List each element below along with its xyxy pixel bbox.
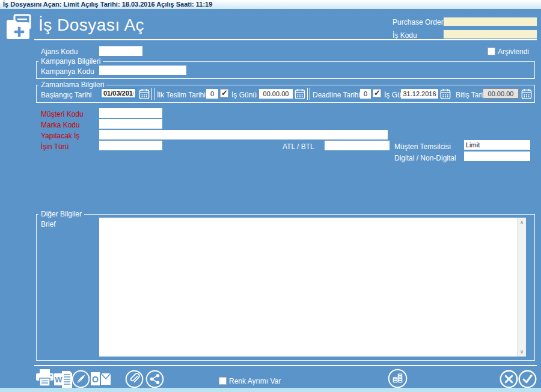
bitis-tarihi-input [483, 88, 519, 99]
toolbar-divider [34, 365, 537, 366]
deadline-date-input[interactable] [401, 89, 438, 99]
marka-kodu-input[interactable] [99, 119, 162, 129]
app-window: İş Dosyasını Açan: Limit Açılış Tarihi: … [0, 0, 541, 392]
baslangic-tarihi-input[interactable] [100, 88, 136, 99]
baslangic-tarihi-label: Başlangıç Tarihi [41, 91, 92, 99]
isin-turu-input[interactable] [99, 141, 162, 150]
brief-textarea-wrap: ∧ ∨ [99, 218, 526, 357]
atl-btl-input[interactable] [325, 141, 390, 150]
titlebar-text: İş Dosyasını Açan: Limit Açılış Tarihi: … [3, 1, 212, 8]
isin-turu-label: İşin Türü [41, 142, 69, 151]
purchase-order-label: Purchase Order [393, 18, 444, 26]
calendar-icon[interactable] [440, 88, 451, 100]
renk-ayrimi-checkbox[interactable] [219, 377, 227, 385]
musteri-kodu-input[interactable] [99, 108, 162, 118]
arsivlendi-label: Arşivlendi [498, 47, 529, 56]
divider [307, 88, 310, 100]
kampanya-kodu-input[interactable] [99, 66, 186, 75]
svg-text:W: W [55, 375, 63, 384]
new-job-folder-icon [5, 14, 36, 44]
calendar-icon[interactable] [295, 88, 305, 100]
scroll-up-icon[interactable]: ∧ [518, 219, 526, 225]
ilk-teslim-label: İlk Teslim Tarihi [157, 91, 206, 99]
arsivlendi-checkbox[interactable] [488, 47, 495, 55]
diger-bilgiler-group-label: Diğer Bilgiler [38, 210, 84, 218]
digital-nondigital-input[interactable] [464, 152, 530, 161]
brief-label: Brief [41, 220, 56, 228]
header-divider [34, 39, 537, 40]
scrollbar[interactable]: ∧ ∨ [517, 218, 526, 357]
purchase-order-input[interactable] [444, 17, 537, 26]
ilk-teslim-isgunu-checkbox[interactable] [220, 89, 228, 97]
page-title: İş Dosyası Aç [38, 16, 144, 35]
is-gunu-label: İş Günü [231, 91, 257, 99]
kampanya-kodu-label: Kampanya Kodu [41, 67, 94, 76]
zamanlama-group-label: Zamanlama Bilgileri [38, 81, 106, 89]
deadline-tarihi-label: Deadline Tarihi [313, 91, 360, 99]
yapilacak-is-input[interactable] [99, 130, 388, 139]
digital-nondigital-label: Digital / Non-Digital [394, 154, 456, 162]
deadline-isgunu-checkbox[interactable] [373, 89, 381, 97]
musteri-kodu-label: Müşteri Kodu [41, 110, 84, 118]
calendar-icon[interactable] [521, 88, 532, 100]
divider [151, 88, 154, 100]
is-kodu-label: İş Kodu [393, 31, 417, 40]
musteri-temsilcisi-input[interactable] [464, 140, 530, 150]
ilk-teslim-days-input[interactable] [206, 89, 218, 99]
ilk-teslim-date-input[interactable] [259, 89, 293, 99]
window-titlebar: İş Dosyasını Açan: Limit Açılış Tarihi: … [0, 0, 541, 9]
brief-textarea[interactable] [99, 218, 516, 355]
scroll-down-icon[interactable]: ∨ [518, 349, 526, 355]
yapilacak-is-label: Yapılacak İş [41, 132, 79, 140]
svg-text:O: O [92, 375, 99, 384]
calendar-icon[interactable] [139, 88, 150, 100]
musteri-temsilcisi-label: Müşteri Temsilcisi [394, 142, 451, 151]
kampanya-group-label: Kampanya Bilgileri [38, 57, 103, 66]
deadline-days-input[interactable] [360, 89, 371, 99]
ajans-kodu-input[interactable] [99, 46, 142, 56]
ajans-kodu-label: Ajans Kodu [41, 47, 78, 56]
bottom-strip [0, 388, 541, 392]
is-kodu-input[interactable] [444, 30, 537, 38]
atl-btl-label: ATL / BTL [283, 142, 314, 151]
marka-kodu-label: Marka Kodu [41, 121, 80, 129]
renk-ayrimi-label: Renk Ayrımı Var [229, 377, 281, 385]
